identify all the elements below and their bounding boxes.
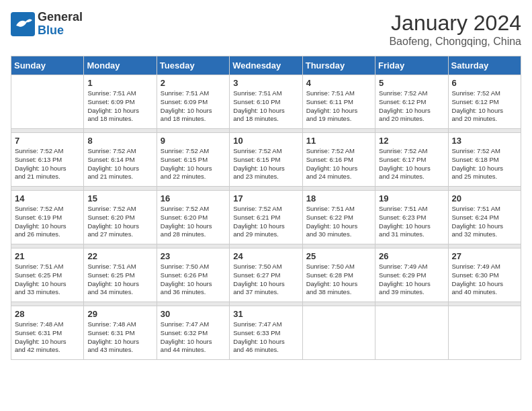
table-row: 31Sunrise: 7:47 AM Sunset: 6:33 PM Dayli… [230,306,302,360]
table-row: 23Sunrise: 7:50 AM Sunset: 6:26 PM Dayli… [157,248,229,302]
day-info: Sunrise: 7:50 AM Sunset: 6:28 PM Dayligh… [306,263,371,297]
day-info: Sunrise: 7:51 AM Sunset: 6:22 PM Dayligh… [306,205,371,239]
day-info: Sunrise: 7:51 AM Sunset: 6:10 PM Dayligh… [233,89,298,124]
table-row [11,75,84,129]
day-info: Sunrise: 7:52 AM Sunset: 6:12 PM Dayligh… [379,89,444,124]
day-info: Sunrise: 7:51 AM Sunset: 6:09 PM Dayligh… [87,89,152,124]
day-info: Sunrise: 7:52 AM Sunset: 6:18 PM Dayligh… [452,147,517,181]
page-header: General Blue January 2024 Baofeng, Chong… [11,11,521,48]
title-block: January 2024 Baofeng, Chongqing, China [389,11,521,48]
col-thursday: Thursday [302,56,375,75]
day-info: Sunrise: 7:48 AM Sunset: 6:31 PM Dayligh… [87,320,152,355]
table-row: 30Sunrise: 7:47 AM Sunset: 6:32 PM Dayli… [157,306,229,360]
table-row [448,306,521,360]
table-row: 3Sunrise: 7:51 AM Sunset: 6:10 PM Daylig… [230,75,302,129]
table-row: 27Sunrise: 7:49 AM Sunset: 6:30 PM Dayli… [448,248,521,302]
page-subtitle: Baofeng, Chongqing, China [389,36,521,48]
table-row: 15Sunrise: 7:52 AM Sunset: 6:20 PM Dayli… [84,191,157,244]
day-number: 22 [87,251,152,261]
logo-general: General [38,11,83,24]
day-info: Sunrise: 7:51 AM Sunset: 6:25 PM Dayligh… [87,263,152,297]
table-row: 2Sunrise: 7:51 AM Sunset: 6:09 PM Daylig… [157,75,229,129]
day-info: Sunrise: 7:52 AM Sunset: 6:21 PM Dayligh… [233,205,298,239]
day-info: Sunrise: 7:50 AM Sunset: 6:27 PM Dayligh… [233,263,298,297]
day-info: Sunrise: 7:52 AM Sunset: 6:20 PM Dayligh… [87,205,152,239]
day-number: 19 [379,193,444,203]
day-info: Sunrise: 7:52 AM Sunset: 6:12 PM Dayligh… [452,89,517,124]
day-number: 5 [379,78,444,88]
calendar-week-row: 1Sunrise: 7:51 AM Sunset: 6:09 PM Daylig… [11,75,521,129]
day-number: 3 [233,78,298,88]
table-row: 8Sunrise: 7:52 AM Sunset: 6:14 PM Daylig… [84,133,157,187]
table-row: 29Sunrise: 7:48 AM Sunset: 6:31 PM Dayli… [84,306,157,360]
day-info: Sunrise: 7:52 AM Sunset: 6:17 PM Dayligh… [379,147,444,181]
table-row: 5Sunrise: 7:52 AM Sunset: 6:12 PM Daylig… [375,75,448,129]
day-info: Sunrise: 7:51 AM Sunset: 6:09 PM Dayligh… [161,89,226,124]
table-row: 14Sunrise: 7:52 AM Sunset: 6:19 PM Dayli… [11,191,84,244]
day-number: 24 [233,251,298,261]
col-saturday: Saturday [448,56,521,75]
table-row: 24Sunrise: 7:50 AM Sunset: 6:27 PM Dayli… [230,248,302,302]
table-row: 16Sunrise: 7:52 AM Sunset: 6:20 PM Dayli… [157,191,229,244]
table-row: 9Sunrise: 7:52 AM Sunset: 6:15 PM Daylig… [157,133,229,187]
day-info: Sunrise: 7:51 AM Sunset: 6:23 PM Dayligh… [379,205,444,239]
table-row: 10Sunrise: 7:52 AM Sunset: 6:15 PM Dayli… [230,133,302,187]
day-number: 8 [87,136,152,146]
day-number: 6 [452,78,517,88]
day-number: 11 [306,136,371,146]
day-info: Sunrise: 7:52 AM Sunset: 6:20 PM Dayligh… [161,205,226,239]
day-info: Sunrise: 7:51 AM Sunset: 6:24 PM Dayligh… [452,205,517,239]
table-row: 22Sunrise: 7:51 AM Sunset: 6:25 PM Dayli… [84,248,157,302]
day-info: Sunrise: 7:52 AM Sunset: 6:13 PM Dayligh… [15,147,80,181]
day-number: 12 [379,136,444,146]
day-number: 23 [161,251,226,261]
day-info: Sunrise: 7:47 AM Sunset: 6:32 PM Dayligh… [161,320,226,355]
calendar-week-row: 14Sunrise: 7:52 AM Sunset: 6:19 PM Dayli… [11,191,521,244]
table-row: 6Sunrise: 7:52 AM Sunset: 6:12 PM Daylig… [448,75,521,129]
page-title: January 2024 [389,11,521,36]
day-number: 27 [452,251,517,261]
day-number: 2 [161,78,226,88]
calendar-week-row: 7Sunrise: 7:52 AM Sunset: 6:13 PM Daylig… [11,133,521,187]
calendar-table: Sunday Monday Tuesday Wednesday Thursday… [11,56,521,360]
day-info: Sunrise: 7:52 AM Sunset: 6:15 PM Dayligh… [161,147,226,181]
table-row: 17Sunrise: 7:52 AM Sunset: 6:21 PM Dayli… [230,191,302,244]
day-info: Sunrise: 7:50 AM Sunset: 6:26 PM Dayligh… [161,263,226,297]
day-number: 7 [15,136,80,146]
table-row: 12Sunrise: 7:52 AM Sunset: 6:17 PM Dayli… [375,133,448,187]
day-number: 20 [452,193,517,203]
col-monday: Monday [84,56,157,75]
day-number: 26 [379,251,444,261]
day-number: 18 [306,193,371,203]
day-number: 14 [15,193,80,203]
day-number: 10 [233,136,298,146]
table-row: 28Sunrise: 7:48 AM Sunset: 6:31 PM Dayli… [11,306,84,360]
day-number: 28 [15,309,80,319]
day-info: Sunrise: 7:52 AM Sunset: 6:15 PM Dayligh… [233,147,298,181]
calendar-week-row: 21Sunrise: 7:51 AM Sunset: 6:25 PM Dayli… [11,248,521,302]
logo-blue: Blue [38,24,83,38]
day-number: 4 [306,78,371,88]
logo-icon [11,12,35,36]
table-row: 4Sunrise: 7:51 AM Sunset: 6:11 PM Daylig… [302,75,375,129]
calendar-header-row: Sunday Monday Tuesday Wednesday Thursday… [11,56,521,75]
table-row [302,306,375,360]
day-number: 25 [306,251,371,261]
table-row: 26Sunrise: 7:49 AM Sunset: 6:29 PM Dayli… [375,248,448,302]
col-friday: Friday [375,56,448,75]
day-number: 21 [15,251,80,261]
table-row: 7Sunrise: 7:52 AM Sunset: 6:13 PM Daylig… [11,133,84,187]
table-row: 1Sunrise: 7:51 AM Sunset: 6:09 PM Daylig… [84,75,157,129]
day-number: 15 [87,193,152,203]
table-row: 19Sunrise: 7:51 AM Sunset: 6:23 PM Dayli… [375,191,448,244]
day-number: 29 [87,309,152,319]
table-row: 18Sunrise: 7:51 AM Sunset: 6:22 PM Dayli… [302,191,375,244]
day-number: 13 [452,136,517,146]
day-info: Sunrise: 7:52 AM Sunset: 6:19 PM Dayligh… [15,205,80,239]
table-row: 11Sunrise: 7:52 AM Sunset: 6:16 PM Dayli… [302,133,375,187]
day-info: Sunrise: 7:49 AM Sunset: 6:29 PM Dayligh… [379,263,444,297]
day-info: Sunrise: 7:52 AM Sunset: 6:14 PM Dayligh… [87,147,152,181]
day-info: Sunrise: 7:48 AM Sunset: 6:31 PM Dayligh… [15,320,80,355]
col-wednesday: Wednesday [230,56,302,75]
table-row: 20Sunrise: 7:51 AM Sunset: 6:24 PM Dayli… [448,191,521,244]
